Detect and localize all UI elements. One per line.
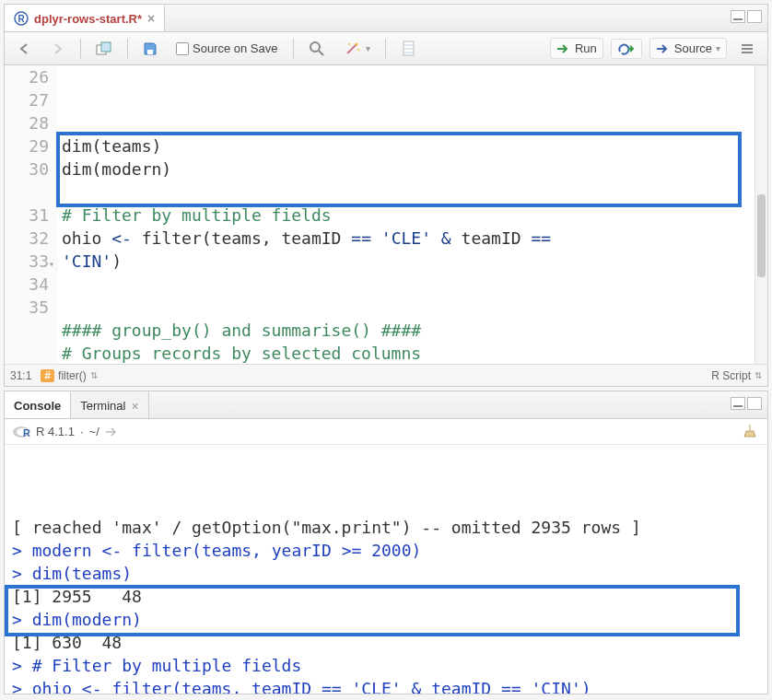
back-button[interactable] bbox=[12, 40, 38, 58]
breadcrumb-label: filter() bbox=[58, 369, 87, 382]
console-line: [1] 2955 48 bbox=[12, 585, 760, 608]
svg-rect-4 bbox=[147, 50, 153, 54]
svg-point-10 bbox=[357, 49, 359, 51]
show-in-new-window-button[interactable] bbox=[90, 39, 118, 59]
clear-console-icon[interactable] bbox=[742, 423, 758, 442]
find-button[interactable] bbox=[303, 38, 331, 60]
code-line[interactable]: dim(teams) bbox=[62, 134, 767, 158]
editor-statusbar: 31:1 # filter() ⇅ R Script ⇅ bbox=[5, 364, 767, 386]
code-line[interactable]: ohio <- filter(teams, teamID == 'CLE' & … bbox=[62, 227, 767, 250]
search-icon bbox=[309, 41, 325, 57]
line-gutter: 2627282930313233▾3435 bbox=[5, 65, 58, 364]
terminal-tab-label: Terminal bbox=[80, 399, 125, 413]
checkbox-icon bbox=[176, 42, 189, 55]
code-editor[interactable]: 2627282930313233▾3435 dim(teams)dim(mode… bbox=[5, 65, 767, 364]
source-button[interactable]: Source ▾ bbox=[649, 38, 727, 59]
save-button[interactable] bbox=[137, 39, 163, 59]
file-tab-label: dplyr-rows-start.R* bbox=[34, 12, 142, 26]
console-line: [ reached 'max' / getOption("max.print")… bbox=[12, 516, 760, 539]
console-infobar: R R 4.1.1 · ~/ bbox=[5, 419, 767, 445]
working-dir[interactable]: ~/ bbox=[89, 425, 99, 438]
compile-report-button[interactable] bbox=[395, 38, 421, 60]
run-icon bbox=[556, 43, 571, 54]
source-label: Source bbox=[674, 41, 712, 55]
console-tabstrip: Console Terminal × bbox=[5, 391, 767, 419]
console-line: > dim(teams) bbox=[12, 562, 760, 585]
editor-toolbar: Source on Save ▾ Run Source ▾ bbox=[5, 32, 767, 65]
maximize-pane-icon[interactable] bbox=[747, 10, 762, 23]
console-tab[interactable]: Console bbox=[5, 391, 71, 418]
line-number: 34 bbox=[14, 273, 49, 296]
r-file-icon: R bbox=[14, 11, 29, 26]
close-icon[interactable]: × bbox=[131, 399, 138, 414]
source-on-save-label: Source on Save bbox=[193, 41, 278, 55]
console-line: > modern <- filter(teams, yearID >= 2000… bbox=[12, 539, 760, 562]
editor-scrollbar[interactable] bbox=[754, 65, 767, 364]
outline-icon bbox=[740, 42, 754, 55]
code-line[interactable]: dim(modern) bbox=[62, 158, 767, 181]
terminal-tab[interactable]: Terminal × bbox=[71, 391, 148, 418]
svg-point-9 bbox=[348, 43, 350, 45]
code-line[interactable]: # Groups records by selected columns bbox=[62, 342, 767, 364]
line-number bbox=[14, 181, 49, 204]
console-pane: Console Terminal × R R 4.1.1 · ~/ [ reac… bbox=[4, 391, 768, 694]
line-number: 32 bbox=[14, 227, 49, 250]
pane-window-controls bbox=[731, 10, 762, 23]
console-line: > # Filter by multiple fields bbox=[12, 654, 760, 677]
line-number: 26 bbox=[14, 65, 49, 88]
cursor-position: 31:1 bbox=[10, 369, 31, 382]
console-line: > ohio <- filter(teams, teamID == 'CLE' … bbox=[12, 677, 760, 694]
forward-button[interactable] bbox=[45, 40, 71, 58]
close-icon[interactable]: × bbox=[147, 11, 155, 26]
line-number: 29 bbox=[14, 134, 49, 158]
source-icon bbox=[656, 43, 671, 54]
maximize-pane-icon[interactable] bbox=[747, 397, 762, 410]
arrow-right-icon bbox=[51, 42, 65, 55]
rerun-icon bbox=[617, 42, 636, 55]
line-number: 33▾ bbox=[14, 250, 49, 273]
console-line: > dim(modern) bbox=[12, 608, 760, 631]
svg-point-8 bbox=[355, 42, 357, 45]
outline-button[interactable] bbox=[734, 40, 760, 58]
svg-text:R: R bbox=[18, 14, 25, 24]
goto-dir-icon[interactable] bbox=[105, 426, 118, 438]
dot-sep: · bbox=[80, 425, 84, 438]
run-label: Run bbox=[575, 41, 597, 55]
code-line[interactable] bbox=[62, 296, 767, 319]
code-line[interactable] bbox=[62, 181, 767, 204]
svg-rect-3 bbox=[101, 42, 111, 52]
file-tab[interactable]: R dplyr-rows-start.R* × bbox=[5, 5, 165, 31]
r-version-label: R 4.1.1 bbox=[36, 425, 75, 438]
code-line[interactable]: #### group_by() and summarise() #### bbox=[62, 319, 767, 342]
rerun-button[interactable] bbox=[611, 39, 642, 59]
code-line[interactable]: 'CIN') bbox=[62, 250, 767, 273]
console-output[interactable]: [ reached 'max' / getOption("max.print")… bbox=[5, 445, 767, 694]
source-on-save-toggle[interactable]: Source on Save bbox=[170, 39, 284, 58]
wand-icon bbox=[344, 41, 362, 57]
chevron-down-icon: ▾ bbox=[366, 43, 370, 53]
svg-line-7 bbox=[347, 44, 357, 53]
breadcrumb[interactable]: # filter() ⇅ bbox=[41, 369, 97, 382]
svg-line-6 bbox=[319, 51, 323, 55]
updown-icon: ⇅ bbox=[754, 370, 762, 380]
language-label: R Script bbox=[711, 369, 751, 382]
minimize-pane-icon[interactable] bbox=[731, 10, 745, 23]
run-button[interactable]: Run bbox=[550, 38, 603, 59]
svg-point-5 bbox=[310, 42, 320, 52]
r-logo-icon: R bbox=[12, 425, 30, 439]
line-number: 30 bbox=[14, 158, 49, 181]
save-icon bbox=[143, 41, 158, 56]
updown-icon: ⇅ bbox=[90, 370, 98, 380]
code-line[interactable] bbox=[62, 273, 767, 296]
code-line[interactable]: # Filter by multiple fields bbox=[62, 204, 767, 227]
code-area[interactable]: dim(teams)dim(modern)# Filter by multipl… bbox=[58, 65, 767, 364]
line-number: 27 bbox=[14, 88, 49, 111]
popout-icon bbox=[96, 41, 112, 56]
arrow-left-icon bbox=[18, 42, 32, 55]
minimize-pane-icon[interactable] bbox=[731, 397, 745, 410]
line-number: 31 bbox=[14, 204, 49, 227]
line-number: 35 bbox=[14, 296, 49, 319]
code-tools-button[interactable]: ▾ bbox=[338, 38, 376, 60]
editor-tabstrip: R dplyr-rows-start.R* × bbox=[5, 5, 767, 32]
section-icon: # bbox=[41, 369, 54, 382]
